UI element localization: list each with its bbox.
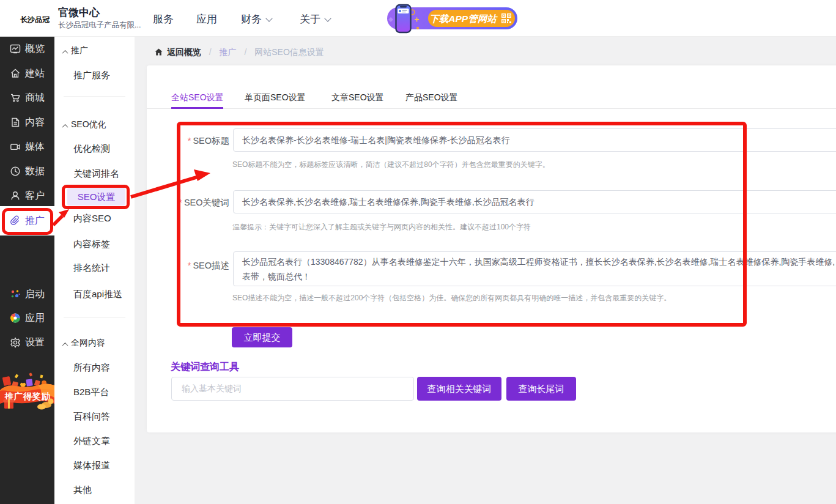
svg-text:下载APP管网站: 下载APP管网站	[429, 13, 498, 24]
